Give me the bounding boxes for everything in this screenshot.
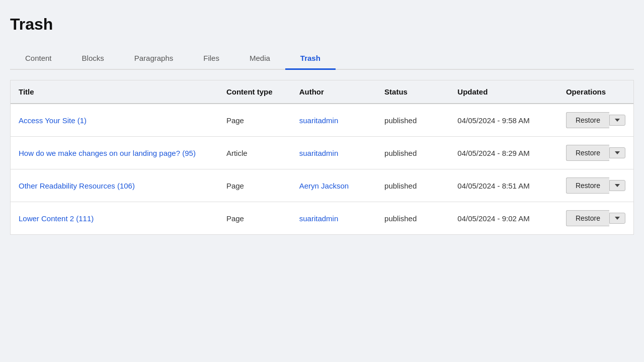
tab-content[interactable]: Content xyxy=(10,48,67,70)
col-header-content-type: Content type xyxy=(218,80,291,104)
row-title-cell: Access Your Site (1) xyxy=(11,104,218,137)
col-header-title: Title xyxy=(11,80,218,104)
tab-paragraphs[interactable]: Paragraphs xyxy=(119,48,189,70)
table-container: Title Content type Author Status Updated… xyxy=(10,80,634,235)
row-operations-cell: Restore xyxy=(558,169,633,202)
row-title-cell: Lower Content 2 (111) xyxy=(11,202,218,235)
col-header-updated: Updated xyxy=(449,80,558,104)
page-title: Trash xyxy=(10,15,634,34)
restore-button-row3[interactable]: Restore xyxy=(566,177,609,194)
row-author-cell: suaritadmin xyxy=(291,104,376,137)
table-row: Access Your Site (1) Page suaritadmin pu… xyxy=(11,104,633,137)
content-link-row2[interactable]: How do we make changes on our landing pa… xyxy=(19,149,196,157)
tab-blocks[interactable]: Blocks xyxy=(67,48,119,70)
row-content-type-cell: Article xyxy=(218,137,291,169)
row-status-cell: published xyxy=(376,137,449,169)
operations-group-row3: Restore xyxy=(566,177,625,194)
chevron-down-icon xyxy=(615,119,620,122)
content-link-row4[interactable]: Lower Content 2 (111) xyxy=(19,214,94,223)
col-header-status: Status xyxy=(376,80,449,104)
row-content-type-cell: Page xyxy=(218,104,291,137)
restore-button-row2[interactable]: Restore xyxy=(566,145,609,161)
restore-dropdown-row4[interactable] xyxy=(609,213,625,224)
row-status-cell: published xyxy=(376,169,449,202)
tab-files[interactable]: Files xyxy=(188,48,234,70)
row-operations-cell: Restore xyxy=(558,137,633,169)
operations-group-row1: Restore xyxy=(566,112,625,128)
restore-button-row1[interactable]: Restore xyxy=(566,112,609,128)
row-content-type-cell: Page xyxy=(218,202,291,235)
operations-group-row4: Restore xyxy=(566,210,625,226)
operations-group-row2: Restore xyxy=(566,145,625,161)
row-title-cell: Other Readability Resources (106) xyxy=(11,169,218,202)
row-status-cell: published xyxy=(376,104,449,137)
restore-dropdown-row1[interactable] xyxy=(609,115,625,126)
tab-media[interactable]: Media xyxy=(234,48,285,70)
author-link-row2[interactable]: suaritadmin xyxy=(299,149,339,157)
author-link-row1[interactable]: suaritadmin xyxy=(299,116,339,125)
table-row: How do we make changes on our landing pa… xyxy=(11,137,633,169)
content-link-row1[interactable]: Access Your Site (1) xyxy=(19,116,87,125)
row-operations-cell: Restore xyxy=(558,104,633,137)
row-operations-cell: Restore xyxy=(558,202,633,235)
row-content-type-cell: Page xyxy=(218,169,291,202)
tab-trash[interactable]: Trash xyxy=(285,48,336,70)
trash-table: Title Content type Author Status Updated… xyxy=(11,80,633,234)
chevron-down-icon xyxy=(615,217,620,220)
row-updated-cell: 04/05/2024 - 9:02 AM xyxy=(449,202,558,235)
col-header-author: Author xyxy=(291,80,376,104)
row-updated-cell: 04/05/2024 - 8:29 AM xyxy=(449,137,558,169)
row-updated-cell: 04/05/2024 - 8:51 AM xyxy=(449,169,558,202)
page-wrapper: Trash Content Blocks Paragraphs Files Me… xyxy=(0,0,644,245)
row-author-cell: Aeryn Jackson xyxy=(291,169,376,202)
row-author-cell: suaritadmin xyxy=(291,137,376,169)
author-link-row4[interactable]: suaritadmin xyxy=(299,214,339,223)
restore-button-row4[interactable]: Restore xyxy=(566,210,609,226)
chevron-down-icon xyxy=(615,151,620,154)
row-author-cell: suaritadmin xyxy=(291,202,376,235)
table-row: Lower Content 2 (111) Page suaritadmin p… xyxy=(11,202,633,235)
row-status-cell: published xyxy=(376,202,449,235)
tabs-container: Content Blocks Paragraphs Files Media Tr… xyxy=(10,48,634,70)
row-updated-cell: 04/05/2024 - 9:58 AM xyxy=(449,104,558,137)
table-row: Other Readability Resources (106) Page A… xyxy=(11,169,633,202)
chevron-down-icon xyxy=(615,184,620,187)
content-link-row3[interactable]: Other Readability Resources (106) xyxy=(19,182,135,190)
restore-dropdown-row2[interactable] xyxy=(609,147,625,158)
restore-dropdown-row3[interactable] xyxy=(609,180,625,191)
author-link-row3[interactable]: Aeryn Jackson xyxy=(299,182,349,190)
table-header-row: Title Content type Author Status Updated… xyxy=(11,80,633,104)
row-title-cell: How do we make changes on our landing pa… xyxy=(11,137,218,169)
col-header-operations: Operations xyxy=(558,80,633,104)
